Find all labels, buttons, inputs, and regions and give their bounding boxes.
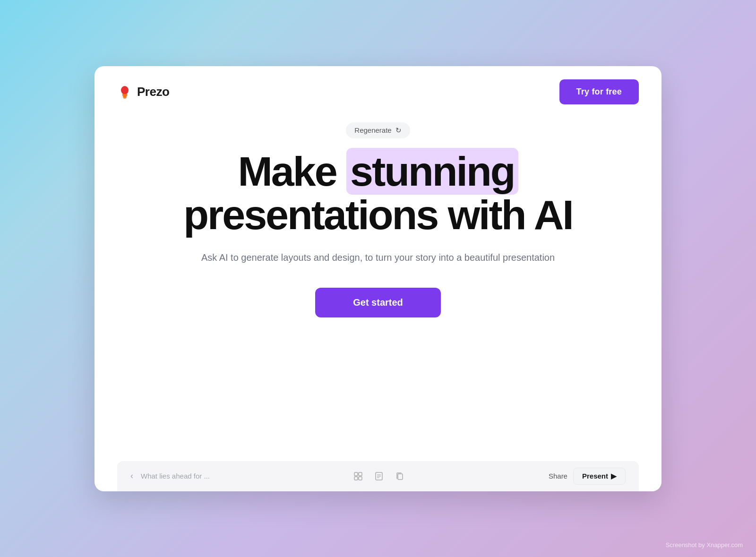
- hero-section: Regenerate ↻ Make stunning presentations…: [94, 118, 662, 491]
- share-button[interactable]: Share: [549, 472, 567, 480]
- main-card: Prezo Try for free Regenerate ↻ Make stu…: [94, 66, 662, 491]
- try-for-free-button[interactable]: Try for free: [559, 79, 639, 104]
- svg-rect-2: [123, 98, 126, 99]
- svg-rect-4: [359, 472, 362, 476]
- editor-center: [352, 470, 406, 483]
- logo-area: Prezo: [117, 84, 169, 99]
- svg-rect-5: [354, 477, 358, 480]
- svg-rect-11: [398, 474, 403, 480]
- hero-title: Make stunning presentations with AI: [183, 150, 573, 237]
- logo-text: Prezo: [137, 85, 169, 99]
- regenerate-badge[interactable]: Regenerate ↻: [346, 122, 410, 138]
- present-button[interactable]: Present ▶: [573, 468, 626, 485]
- regenerate-label: Regenerate: [354, 126, 391, 134]
- back-chevron-icon[interactable]: ‹: [130, 471, 133, 481]
- hero-subtitle: Ask AI to generate layouts and design, t…: [201, 250, 555, 265]
- svg-point-0: [121, 86, 129, 94]
- get-started-button[interactable]: Get started: [315, 288, 441, 317]
- logo-icon: [117, 84, 132, 99]
- regenerate-icon: ↻: [395, 126, 402, 135]
- svg-rect-1: [123, 96, 127, 98]
- svg-rect-3: [354, 472, 358, 476]
- layout-icon[interactable]: [352, 470, 365, 483]
- document-icon[interactable]: [372, 470, 386, 483]
- editor-input-placeholder[interactable]: What lies ahead for ...: [141, 472, 210, 480]
- play-icon: ▶: [611, 472, 617, 480]
- header: Prezo Try for free: [94, 66, 662, 118]
- editor-right: Share Present ▶: [549, 468, 626, 485]
- hero-title-highlighted: stunning: [346, 148, 518, 195]
- svg-rect-6: [359, 477, 362, 480]
- editor-left: ‹ What lies ahead for ...: [130, 471, 210, 481]
- hero-title-prefix: Make: [238, 148, 346, 195]
- hero-title-suffix: presentations with AI: [183, 191, 573, 238]
- copy-icon[interactable]: [393, 470, 406, 483]
- screenshot-credit: Screenshot by Xnapper.com: [666, 541, 743, 548]
- editor-bar: ‹ What lies ahead for ...: [117, 461, 639, 491]
